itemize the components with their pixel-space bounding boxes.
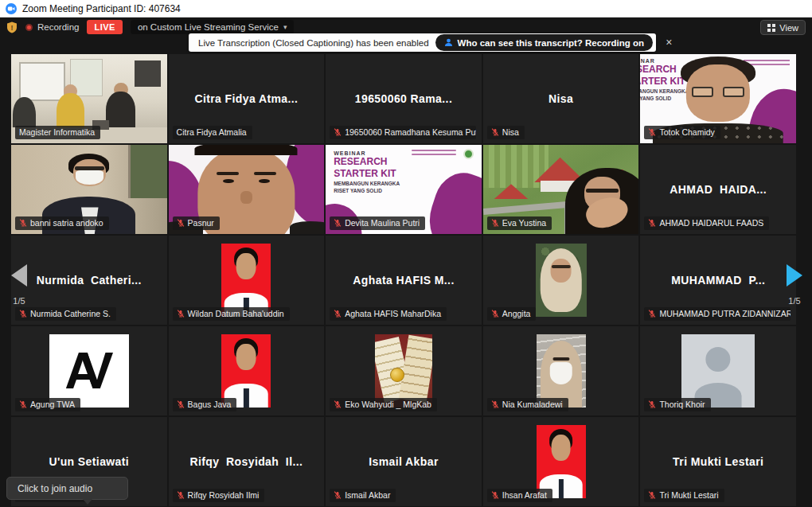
join-audio-tooltip-text: Click to join audio (18, 483, 92, 494)
tile-anggita[interactable]: Anggita (483, 236, 639, 325)
page-indicator: 1/5 (779, 296, 810, 306)
mic-muted-icon (177, 400, 185, 409)
mic-muted-icon (334, 309, 342, 318)
tile-eva-yustina[interactable]: Eva Yustina (483, 145, 639, 234)
grid-view-icon (767, 24, 775, 32)
participant-name: MUHAMMAD PUTRA ZIDANNIZAR (659, 309, 791, 318)
tile-magister-informatika[interactable]: Magister Informatika (11, 54, 167, 143)
participant-name: Nurmida Catherine S. (30, 309, 111, 318)
slide-subtitle-text: RISET YANG SOLID (334, 187, 429, 194)
tile-thoriq[interactable]: Thoriq Khoir (640, 326, 796, 415)
stream-service-dropdown[interactable]: on Custom Live Streaming Service ▾ (131, 20, 295, 34)
transcript-pill-label: Who can see this transcript? Recording o… (458, 38, 645, 48)
mic-muted-icon (334, 400, 342, 409)
mic-muted-icon (334, 490, 342, 500)
tile-tri-mukti[interactable]: Tri Mukti Lestari Tri Mukti Lestari (640, 417, 796, 506)
arrow-left-icon[interactable] (11, 264, 27, 287)
participant-name: Eva Yustina (502, 218, 546, 228)
mic-muted-icon (177, 218, 185, 228)
participant-name: Ihsan Arafat (502, 490, 547, 500)
previous-page-control: 1/5 (3, 264, 35, 306)
tile-totok-chamidy[interactable]: WEBINAR RESEARCH STARTER KIT MEMBANGUN K… (640, 54, 796, 143)
recording-label: Recording (37, 22, 79, 32)
tile-ahmad[interactable]: AHMAD HAIDA... AHMAD HAIDARUL FAADS (640, 145, 796, 234)
mic-muted-icon (177, 490, 185, 500)
participant-name: Anggita (502, 309, 531, 318)
arrow-right-icon[interactable] (787, 264, 802, 287)
tile-banni[interactable]: banni satria andoko (11, 145, 167, 234)
transcript-visibility-pill[interactable]: Who can see this transcript? Recording o… (435, 34, 654, 51)
tile-wildan[interactable]: Wildan Datum Baha'uddin (169, 236, 325, 325)
window-title-bar: Zoom Meeting Participant ID: 407634 (0, 0, 812, 18)
participant-name: Ismail Akbar (345, 490, 390, 500)
recording-indicator[interactable]: Recording (25, 22, 79, 32)
mic-muted-icon (648, 309, 656, 318)
tile-bagus-java[interactable]: Bagus Java (169, 326, 325, 415)
participant-name: Thoriq Khoir (659, 400, 705, 409)
tile-eko-wahyudi[interactable]: Eko Wahyudi _ MlgKab (326, 326, 482, 415)
mic-muted-icon (648, 490, 656, 500)
tile-nisa[interactable]: Nisa Nisa (483, 54, 639, 143)
tile-aghata[interactable]: Aghata HAFIS M... Aghata HAFIS MaharDika (326, 236, 482, 325)
participant-name: Agung TWA (30, 400, 75, 409)
transcription-message: Live Transcription (Closed Captioning) h… (198, 38, 429, 48)
mic-muted-icon (491, 127, 499, 137)
participant-name: Nia Kumaladewi (502, 400, 563, 409)
stream-service-label: on Custom Live Streaming Service (138, 22, 279, 32)
participant-name: Bagus Java (188, 400, 232, 409)
slide-title-text: STARTER KIT (334, 168, 429, 180)
mic-muted-icon (334, 218, 342, 228)
mic-muted-icon (491, 400, 499, 409)
slide-subtitle-text: MEMBANGUN KERANGKA (334, 180, 429, 187)
tile-nia[interactable]: Nia Kumaladewi (483, 326, 639, 415)
tile-pasnur[interactable]: Pasnur (169, 145, 325, 234)
participant-name: banni satria andoko (30, 218, 103, 228)
tile-muhammad[interactable]: MUHAMMAD P... MUHAMMAD PUTRA ZIDANNIZAR (640, 236, 796, 325)
tile-citra-fidya[interactable]: Citra Fidya Atma... Citra Fidya Atmalia (169, 54, 325, 143)
transcription-notification: Live Transcription (Closed Captioning) h… (189, 33, 678, 52)
participant-name: AHMAD HAIDARUL FAADS (659, 218, 763, 228)
tile-devita[interactable]: WEBINAR RESEARCH STARTER KIT MEMBANGUN K… (326, 145, 482, 234)
participant-name: Aghata HAFIS MaharDika (345, 309, 441, 318)
av-monogram: AV (64, 345, 113, 396)
mic-muted-icon (648, 127, 656, 137)
person-icon (444, 38, 453, 47)
participant-name: Tri Mukti Lestari (659, 490, 718, 500)
participant-name: Nisa (502, 127, 519, 137)
mic-muted-icon (491, 309, 499, 318)
participant-name: Eko Wahyudi _ MlgKab (345, 400, 431, 409)
participant-grid: Magister Informatika Citra Fidya Atma...… (11, 54, 796, 506)
close-icon[interactable]: × (656, 33, 678, 52)
participant-name: Devita Maulina Putri (345, 218, 420, 228)
zoom-app-icon (6, 3, 17, 14)
view-button-label: View (779, 23, 798, 33)
mic-muted-icon (19, 218, 27, 228)
view-button[interactable]: View (760, 20, 806, 35)
mic-muted-icon (19, 309, 27, 318)
mic-muted-icon (177, 309, 185, 318)
tile-ihsan[interactable]: Ihsan Arafat (483, 417, 639, 506)
participant-name: Citra Fidya Atmalia (177, 127, 247, 137)
participant-name: Totok Chamidy (659, 127, 714, 137)
live-badge: LIVE (87, 20, 122, 34)
tile-ismail[interactable]: Ismail Akbar Ismail Akbar (326, 417, 482, 506)
participant-name: 19650060 Ramadhana Kesuma Putr... (345, 127, 476, 137)
window-title: Zoom Meeting Participant ID: 407634 (22, 3, 181, 14)
encryption-shield-icon[interactable]: ! (6, 21, 18, 33)
tile-ramadhana[interactable]: 19650060 Rama... 19650060 Ramadhana Kesu… (326, 54, 482, 143)
tile-agung-twa[interactable]: AV Agung TWA (11, 326, 167, 415)
university-logo (463, 149, 474, 159)
participant-name: Rifqy Rosyidah Ilmi (188, 490, 260, 500)
mic-muted-icon (334, 127, 342, 137)
join-audio-tooltip[interactable]: Click to join audio (6, 477, 128, 500)
mic-muted-icon (648, 218, 656, 228)
chevron-down-icon: ▾ (283, 23, 287, 31)
next-page-control: 1/5 (779, 264, 810, 306)
participant-name: Wildan Datum Baha'uddin (188, 309, 284, 318)
participant-name: Pasnur (188, 218, 214, 228)
tile-rifqy[interactable]: Rifqy Rosyidah Il... Rifqy Rosyidah Ilmi (169, 417, 325, 506)
recording-dot-icon (25, 24, 33, 31)
svg-text:!: ! (11, 23, 14, 31)
mic-muted-icon (491, 218, 499, 228)
mic-muted-icon (19, 400, 27, 409)
